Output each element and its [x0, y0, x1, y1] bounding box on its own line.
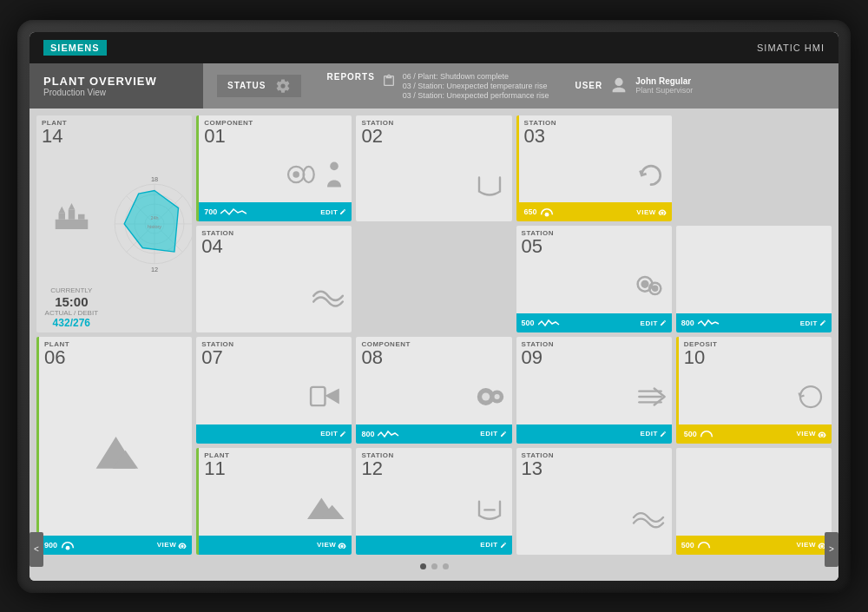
- edit-button[interactable]: EDIT: [641, 319, 667, 327]
- tile-footer: 900 VIEW: [39, 536, 192, 555]
- svg-text:18: 18: [151, 176, 158, 183]
- screen: SIEMENS SIMATIC HMI PLANT OVERVIEW Produ…: [30, 32, 838, 581]
- svg-point-1: [293, 172, 300, 179]
- tile-station-03: STATION 03 650: [516, 115, 672, 222]
- tile-type: COMPONENT: [361, 340, 506, 348]
- tile-number: 12: [361, 459, 506, 478]
- tile-number: 01: [204, 127, 346, 146]
- tile-body: [356, 148, 511, 222]
- tile-station-05: STATION 05 500: [516, 226, 672, 332]
- pencil-icon: [339, 208, 346, 215]
- svg-text:history: history: [148, 223, 161, 228]
- tile-body: [516, 258, 672, 313]
- tile-plant-14-chart: PLANT 14: [36, 115, 192, 333]
- tile-footer: VIEW: [199, 536, 352, 555]
- tile-footer: EDIT: [516, 424, 672, 444]
- tile-header: STATION 12: [356, 448, 511, 480]
- nav-left-button[interactable]: <: [30, 532, 43, 567]
- view-button[interactable]: VIEW: [317, 541, 346, 549]
- tile-footer: 500 VIEW: [676, 536, 832, 555]
- view-button[interactable]: VIEW: [797, 541, 826, 549]
- svg-marker-9: [69, 203, 76, 210]
- siemens-logo: SIEMENS: [43, 40, 107, 56]
- eye-icon: [338, 542, 346, 549]
- report-msg-2: 03 / Station: Unexpected temperature ris…: [403, 82, 549, 90]
- header-right: STATUS REPORTS 06 / Plant: Shutdown comp…: [203, 63, 838, 109]
- view-button[interactable]: VIEW: [157, 541, 187, 549]
- view-button[interactable]: VIEW: [636, 208, 666, 216]
- tile-plant-06: PLANT 06 900: [36, 337, 192, 555]
- top-bar: SIEMENS SIMATIC HMI: [30, 32, 838, 63]
- tile-value: 500: [684, 430, 697, 438]
- tile-footer: EDIT: [356, 536, 511, 555]
- tile-number: 03: [524, 127, 667, 146]
- edit-button[interactable]: EDIT: [641, 430, 667, 438]
- edit-button[interactable]: EDIT: [480, 430, 506, 438]
- person-icon: [322, 161, 346, 188]
- tile-type: STATION: [524, 119, 667, 127]
- reports-label: REPORTS: [327, 72, 375, 82]
- svg-rect-7: [78, 214, 85, 220]
- deposit-icon: [795, 383, 826, 411]
- edit-button[interactable]: EDIT: [320, 208, 346, 216]
- svg-marker-18: [124, 190, 178, 252]
- tile-header: PLANT 06: [39, 337, 192, 369]
- tile-station-07: STATION 07 EDIT: [196, 337, 352, 444]
- tile-header: STATION 04: [196, 226, 352, 258]
- nav-right-button[interactable]: >: [825, 532, 838, 567]
- pencil-icon: [339, 431, 346, 438]
- tile-station-09: STATION 09 EDIT: [516, 337, 672, 444]
- plant-factory-icon: [52, 199, 91, 234]
- component-icon: [286, 161, 319, 188]
- tile-number: 04: [201, 237, 346, 256]
- pencil-icon: [819, 319, 826, 326]
- status-section: STATUS: [217, 75, 301, 97]
- wave-icon: [220, 207, 247, 217]
- tile-value: 900: [44, 541, 57, 549]
- edit-button[interactable]: EDIT: [320, 430, 346, 438]
- svg-point-31: [66, 545, 70, 549]
- component-08-icon: [474, 383, 507, 411]
- pagination-dot-1[interactable]: [420, 563, 426, 569]
- tile-number: 05: [522, 237, 667, 256]
- actual-debit-label: ACTUAL / DEBIT: [42, 309, 102, 317]
- edit-button[interactable]: EDIT: [800, 319, 826, 327]
- view-button[interactable]: VIEW: [797, 430, 826, 438]
- tile-value: 500: [681, 541, 694, 549]
- tile-station-12: STATION 12 EDIT: [356, 448, 511, 555]
- tile-header: DEPOSIT 10: [679, 337, 832, 369]
- plant-11-icon: [307, 494, 346, 522]
- tile-body: [356, 369, 511, 424]
- tile-deposit-10: DEPOSIT 10 500: [676, 337, 832, 444]
- svg-rect-6: [69, 209, 76, 219]
- tile-header: COMPONENT 08: [356, 337, 511, 369]
- tile-header: STATION 03: [519, 115, 672, 148]
- tile-body: [199, 148, 352, 203]
- tile-footer: 500 EDIT: [516, 313, 672, 332]
- tile-type: STATION: [361, 119, 506, 127]
- tile-footer: 700 EDIT: [199, 202, 352, 221]
- tile-type: PLANT: [44, 340, 187, 348]
- svg-rect-5: [58, 213, 65, 220]
- user-label: USER: [575, 81, 602, 90]
- tile-type: STATION: [522, 451, 667, 459]
- svg-marker-8: [58, 207, 65, 214]
- tile-body: [196, 369, 352, 424]
- tile-number: 11: [204, 459, 346, 478]
- pagination-dot-3[interactable]: [443, 563, 449, 569]
- production-view-label: Production View: [43, 88, 189, 97]
- pagination-dot-2[interactable]: [431, 563, 437, 569]
- station-09-icon: [634, 383, 667, 411]
- tile-component-08: COMPONENT 08 800: [356, 337, 511, 444]
- currently-label: CURRENTLY: [42, 286, 102, 294]
- tile-footer: 650 VIEW: [519, 202, 672, 221]
- tile-row4-col5: 500 VIEW: [676, 448, 832, 555]
- plant-mountain-icon: [92, 432, 140, 471]
- tile-body: [199, 480, 352, 536]
- svg-point-24: [544, 213, 549, 217]
- svg-point-36: [494, 394, 499, 399]
- status-label: STATUS: [227, 81, 266, 90]
- tile-plant-11: PLANT 11 VIEW: [196, 448, 352, 555]
- svg-rect-4: [56, 220, 89, 229]
- edit-button[interactable]: EDIT: [480, 541, 506, 549]
